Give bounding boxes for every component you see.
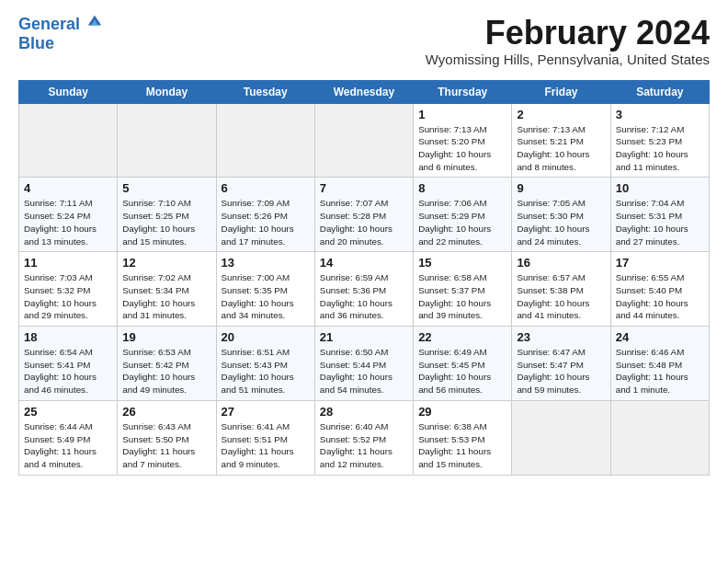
day-info: Sunrise: 6:55 AM Sunset: 5:40 PM Dayligh… — [616, 271, 704, 322]
day-info: Sunrise: 6:58 AM Sunset: 5:37 PM Dayligh… — [418, 271, 506, 322]
calendar-cell — [118, 103, 216, 178]
calendar-cell: 1Sunrise: 7:13 AM Sunset: 5:20 PM Daylig… — [414, 103, 512, 178]
calendar-cell: 7Sunrise: 7:07 AM Sunset: 5:28 PM Daylig… — [314, 178, 413, 252]
calendar-week-2: 4Sunrise: 7:11 AM Sunset: 5:24 PM Daylig… — [19, 178, 710, 252]
day-number: 15 — [418, 256, 506, 270]
logo-blue: Blue — [18, 34, 103, 53]
day-info: Sunrise: 6:51 AM Sunset: 5:43 PM Dayligh… — [222, 346, 310, 396]
weekday-header-tuesday: Tuesday — [216, 80, 314, 103]
logo-text: General — [18, 15, 103, 34]
calendar-cell: 23Sunrise: 6:47 AM Sunset: 5:47 PM Dayli… — [512, 327, 610, 401]
weekday-header-row: SundayMondayTuesdayWednesdayThursdayFrid… — [19, 80, 710, 103]
calendar-cell: 29Sunrise: 6:38 AM Sunset: 5:53 PM Dayli… — [414, 400, 512, 475]
day-info: Sunrise: 6:40 AM Sunset: 5:52 PM Dayligh… — [320, 420, 408, 471]
calendar-cell: 27Sunrise: 6:41 AM Sunset: 5:51 PM Dayli… — [216, 400, 314, 475]
calendar-cell: 12Sunrise: 7:02 AM Sunset: 5:34 PM Dayli… — [118, 252, 216, 327]
day-info: Sunrise: 6:38 AM Sunset: 5:53 PM Dayligh… — [418, 420, 506, 471]
day-number: 17 — [616, 256, 704, 270]
day-info: Sunrise: 7:03 AM Sunset: 5:32 PM Dayligh… — [24, 271, 112, 322]
weekday-header-saturday: Saturday — [610, 80, 709, 103]
calendar-cell: 26Sunrise: 6:43 AM Sunset: 5:50 PM Dayli… — [118, 400, 216, 475]
calendar-cell: 28Sunrise: 6:40 AM Sunset: 5:52 PM Dayli… — [314, 400, 413, 475]
day-info: Sunrise: 7:07 AM Sunset: 5:28 PM Dayligh… — [320, 197, 408, 247]
day-number: 12 — [122, 256, 210, 270]
calendar-cell — [314, 103, 413, 178]
calendar-cell: 24Sunrise: 6:46 AM Sunset: 5:48 PM Dayli… — [610, 327, 709, 401]
day-number: 24 — [616, 330, 704, 344]
calendar-cell: 3Sunrise: 7:12 AM Sunset: 5:23 PM Daylig… — [610, 103, 709, 178]
day-number: 8 — [418, 181, 506, 195]
top-row: General Blue February 2024 Wyomissing Hi… — [18, 15, 710, 78]
calendar-week-3: 11Sunrise: 7:03 AM Sunset: 5:32 PM Dayli… — [19, 252, 710, 327]
day-number: 16 — [517, 256, 605, 270]
calendar-cell: 9Sunrise: 7:05 AM Sunset: 5:30 PM Daylig… — [512, 178, 610, 252]
day-info: Sunrise: 7:05 AM Sunset: 5:30 PM Dayligh… — [517, 197, 605, 247]
day-info: Sunrise: 7:13 AM Sunset: 5:21 PM Dayligh… — [517, 123, 605, 174]
calendar-body: 1Sunrise: 7:13 AM Sunset: 5:20 PM Daylig… — [19, 103, 710, 475]
day-info: Sunrise: 6:50 AM Sunset: 5:44 PM Dayligh… — [320, 346, 408, 396]
calendar-cell: 10Sunrise: 7:04 AM Sunset: 5:31 PM Dayli… — [610, 178, 709, 252]
day-info: Sunrise: 7:10 AM Sunset: 5:25 PM Dayligh… — [122, 197, 210, 247]
day-info: Sunrise: 7:13 AM Sunset: 5:20 PM Dayligh… — [418, 123, 506, 174]
day-info: Sunrise: 6:44 AM Sunset: 5:49 PM Dayligh… — [24, 420, 112, 471]
weekday-header-sunday: Sunday — [19, 80, 118, 103]
day-info: Sunrise: 6:46 AM Sunset: 5:48 PM Dayligh… — [616, 346, 704, 396]
day-info: Sunrise: 6:41 AM Sunset: 5:51 PM Dayligh… — [222, 420, 310, 471]
day-info: Sunrise: 6:57 AM Sunset: 5:38 PM Dayligh… — [517, 271, 605, 322]
day-info: Sunrise: 7:09 AM Sunset: 5:26 PM Dayligh… — [222, 197, 310, 247]
calendar-cell: 5Sunrise: 7:10 AM Sunset: 5:25 PM Daylig… — [118, 178, 216, 252]
weekday-header-monday: Monday — [118, 80, 216, 103]
calendar-cell: 21Sunrise: 6:50 AM Sunset: 5:44 PM Dayli… — [314, 327, 413, 401]
calendar-cell: 18Sunrise: 6:54 AM Sunset: 5:41 PM Dayli… — [19, 327, 118, 401]
calendar-table: SundayMondayTuesdayWednesdayThursdayFrid… — [18, 80, 710, 476]
title-section: February 2024 Wyomissing Hills, Pennsylv… — [426, 15, 710, 75]
calendar-cell: 4Sunrise: 7:11 AM Sunset: 5:24 PM Daylig… — [19, 178, 118, 252]
location-title: Wyomissing Hills, Pennsylvania, United S… — [426, 52, 710, 67]
calendar-week-4: 18Sunrise: 6:54 AM Sunset: 5:41 PM Dayli… — [19, 327, 710, 401]
day-number: 22 — [418, 330, 506, 344]
day-number: 6 — [222, 181, 310, 195]
weekday-header-thursday: Thursday — [414, 80, 512, 103]
day-info: Sunrise: 6:59 AM Sunset: 5:36 PM Dayligh… — [320, 271, 408, 322]
day-number: 19 — [122, 330, 210, 344]
day-number: 1 — [418, 108, 506, 121]
calendar-cell — [610, 400, 709, 475]
day-info: Sunrise: 7:02 AM Sunset: 5:34 PM Dayligh… — [122, 271, 210, 322]
calendar-cell: 6Sunrise: 7:09 AM Sunset: 5:26 PM Daylig… — [216, 178, 314, 252]
day-number: 29 — [418, 405, 506, 419]
day-number: 21 — [320, 330, 408, 344]
day-number: 18 — [24, 330, 112, 344]
calendar-cell: 2Sunrise: 7:13 AM Sunset: 5:21 PM Daylig… — [512, 103, 610, 178]
day-number: 3 — [616, 108, 704, 121]
day-number: 26 — [122, 405, 210, 419]
day-number: 9 — [517, 181, 605, 195]
day-number: 14 — [320, 256, 408, 270]
day-info: Sunrise: 6:54 AM Sunset: 5:41 PM Dayligh… — [24, 346, 112, 396]
day-number: 27 — [222, 405, 310, 419]
calendar-cell — [19, 103, 118, 178]
day-number: 28 — [320, 405, 408, 419]
logo-icon — [86, 13, 103, 29]
calendar-week-1: 1Sunrise: 7:13 AM Sunset: 5:20 PM Daylig… — [19, 103, 710, 178]
day-info: Sunrise: 7:06 AM Sunset: 5:29 PM Dayligh… — [418, 197, 506, 247]
weekday-header-friday: Friday — [512, 80, 610, 103]
day-info: Sunrise: 6:49 AM Sunset: 5:45 PM Dayligh… — [418, 346, 506, 396]
calendar-cell: 13Sunrise: 7:00 AM Sunset: 5:35 PM Dayli… — [216, 252, 314, 327]
day-info: Sunrise: 7:12 AM Sunset: 5:23 PM Dayligh… — [616, 123, 704, 174]
calendar-cell — [512, 400, 610, 475]
calendar-cell: 14Sunrise: 6:59 AM Sunset: 5:36 PM Dayli… — [314, 252, 413, 327]
calendar-cell — [216, 103, 314, 178]
day-number: 25 — [24, 405, 112, 419]
calendar-cell: 8Sunrise: 7:06 AM Sunset: 5:29 PM Daylig… — [414, 178, 512, 252]
day-number: 20 — [222, 330, 310, 344]
calendar-cell: 22Sunrise: 6:49 AM Sunset: 5:45 PM Dayli… — [414, 327, 512, 401]
calendar-cell: 25Sunrise: 6:44 AM Sunset: 5:49 PM Dayli… — [19, 400, 118, 475]
day-number: 4 — [24, 181, 112, 195]
day-number: 7 — [320, 181, 408, 195]
calendar-cell: 16Sunrise: 6:57 AM Sunset: 5:38 PM Dayli… — [512, 252, 610, 327]
day-number: 23 — [517, 330, 605, 344]
logo: General Blue — [18, 15, 103, 53]
day-number: 5 — [122, 181, 210, 195]
month-title: February 2024 — [426, 15, 710, 52]
calendar-cell: 20Sunrise: 6:51 AM Sunset: 5:43 PM Dayli… — [216, 327, 314, 401]
